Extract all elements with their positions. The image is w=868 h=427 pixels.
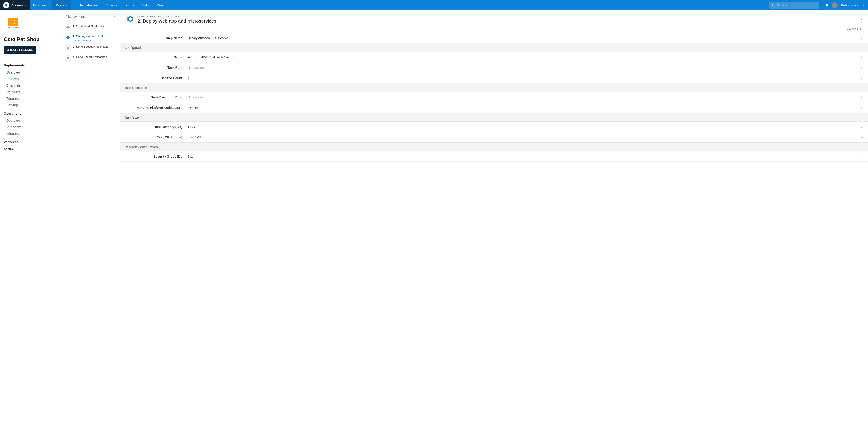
config-label: Desired Count — [124, 76, 188, 80]
config-row[interactable]: Task RoleNot provided — [120, 62, 868, 73]
config-label: Runtime Platform Architecture — [124, 106, 188, 110]
step-detail-panel: DEPLOY AMAZON ECS SERVICE 2. Deploy web … — [120, 10, 868, 427]
chevron-down-icon — [860, 125, 864, 129]
chevron-down-icon — [860, 155, 864, 158]
step-more-menu[interactable] — [116, 35, 118, 42]
space-name: Ecomm — [11, 3, 23, 7]
steps-filter-input[interactable] — [65, 13, 118, 20]
octopus-step-icon — [65, 35, 71, 40]
config-row[interactable]: Name#{Project.AWS.Task.Web.Name} — [120, 52, 868, 62]
config-row[interactable]: Task Execution RoleNot provided — [120, 92, 868, 102]
steps-panel: 1. Send Start Notification2. Deploy web … — [61, 10, 120, 427]
step-more-menu[interactable] — [116, 24, 118, 32]
slack-icon — [65, 24, 71, 30]
chevron-down-icon — [73, 4, 75, 6]
chevron-down-icon — [860, 135, 864, 139]
nav-dashboard[interactable]: Dashboard — [30, 0, 53, 10]
nav-tasks[interactable]: Tasks — [138, 0, 153, 10]
nav-tenants[interactable]: Tenants — [102, 0, 121, 10]
config-group-header: Task Size — [120, 113, 868, 122]
sidebar-link-releases[interactable]: Releases — [4, 89, 58, 95]
project-logo: Amazon ECS — [3, 13, 23, 34]
nav-more[interactable]: More — [153, 0, 170, 10]
sidebar-link-ops-triggers[interactable]: Triggers — [4, 130, 58, 137]
config-value: 1 — [188, 76, 860, 80]
config-group-header: Task Execution — [120, 83, 868, 92]
nav-infrastructure[interactable]: Infrastructure — [76, 0, 102, 10]
config-row[interactable]: Task Memory (GB)4 GB — [120, 122, 868, 132]
step-type-breadcrumb: DEPLOY AMAZON ECS SERVICE — [137, 15, 216, 18]
config-row[interactable]: Task CPU (units)0.5 vCPU — [120, 132, 868, 143]
svg-marker-4 — [66, 36, 70, 39]
config-label: Security Group IDs — [124, 155, 188, 158]
config-value: 4 GB — [188, 125, 860, 129]
step-more-menu[interactable] — [116, 45, 118, 53]
space-selector[interactable]: Ecomm — [0, 0, 30, 10]
config-group-header: Network Configuration — [120, 143, 868, 151]
chevron-down-icon — [860, 55, 864, 59]
svg-line-1 — [774, 6, 775, 6]
chevron-down-icon — [860, 106, 864, 110]
config-row[interactable]: Security Group IDs1 item — [120, 151, 868, 162]
step-title: 2. Deploy web app and microservices — [137, 18, 216, 24]
sidebar-link-runbooks[interactable]: Runbooks — [4, 124, 58, 130]
chevron-down-icon — [165, 4, 167, 6]
config-row[interactable]: Runtime Platform ArchitectureX86_64 — [120, 102, 868, 113]
svg-point-2 — [114, 15, 116, 17]
chevron-down-icon — [25, 4, 26, 6]
step-header: DEPLOY AMAZON ECS SERVICE 2. Deploy web … — [120, 10, 868, 28]
config-group-header: Configuration — [120, 43, 868, 52]
config-row[interactable]: Step NameDeploy Amazon ECS Service — [120, 33, 868, 43]
sidebar-link-overview[interactable]: Overview — [4, 69, 58, 75]
config-value: Not provided — [188, 95, 860, 99]
config-row[interactable]: Desired Count1 — [120, 73, 868, 83]
step-more-menu[interactable] — [116, 55, 118, 63]
search-input[interactable] — [777, 3, 817, 7]
slack-icon — [65, 55, 71, 61]
sidebar-link-process[interactable]: Process — [4, 75, 58, 82]
nav-projects[interactable]: Projects — [52, 0, 71, 10]
config-value: Deploy Amazon ECS Service — [188, 36, 860, 40]
slack-icon — [65, 45, 71, 51]
create-release-button[interactable]: CREATE RELEASE — [4, 46, 36, 54]
avatar[interactable] — [832, 2, 838, 8]
config-value: 0.5 vCPU — [188, 135, 860, 139]
config-value: 1 item — [188, 155, 860, 158]
global-search[interactable] — [770, 2, 819, 9]
step-item[interactable]: 2. Deploy web app and microservices — [65, 33, 118, 44]
sidebar-link-triggers[interactable]: Triggers — [4, 95, 58, 102]
user-name: Rob Pearson — [841, 3, 860, 7]
project-sidebar: Amazon ECS Octo Pet Shop CREATE RELEASE … — [0, 10, 61, 427]
amazon-ecs-icon — [8, 18, 18, 26]
config-value: Not provided — [188, 66, 860, 69]
search-icon — [772, 3, 775, 7]
sidebar-link-settings[interactable]: Settings — [4, 102, 58, 108]
svg-point-0 — [772, 4, 774, 6]
sidebar-section-title: Operations — [4, 112, 58, 115]
config-label: Task Memory (GB) — [124, 125, 188, 129]
nav-library[interactable]: Library — [121, 0, 138, 10]
sidebar-section-title[interactable]: Variables — [4, 140, 58, 144]
bell-icon[interactable] — [825, 3, 829, 7]
octopus-logo-icon — [3, 2, 9, 8]
step-item[interactable]: 4. Send Failed Notification — [65, 54, 118, 64]
sidebar-section-title: Deployments — [4, 63, 58, 67]
step-item[interactable]: 1. Send Start Notification — [65, 23, 118, 33]
nav-projects-dropdown[interactable] — [71, 0, 76, 10]
config-label: Task Execution Role — [124, 95, 188, 99]
config-label: Task CPU (units) — [124, 135, 188, 139]
config-label: Task Role — [124, 66, 188, 69]
chevron-down-icon — [860, 66, 864, 69]
chevron-down-icon[interactable] — [863, 4, 864, 6]
chevron-down-icon — [860, 36, 864, 40]
sidebar-section-title[interactable]: Tasks — [4, 147, 58, 151]
config-value: X86_64 — [188, 106, 860, 110]
step-item[interactable]: 3. Send Success Notification — [65, 44, 118, 54]
step-more-menu[interactable] — [861, 15, 862, 23]
expand-all-button[interactable]: EXPAND ALL — [120, 28, 868, 33]
sidebar-link-ops-overview[interactable]: Overview — [4, 117, 58, 124]
search-icon[interactable] — [114, 14, 117, 19]
config-value: #{Project.AWS.Task.Web.Name} — [188, 55, 860, 59]
step-type-icon — [127, 15, 134, 23]
sidebar-link-channels[interactable]: Channels — [4, 82, 58, 89]
